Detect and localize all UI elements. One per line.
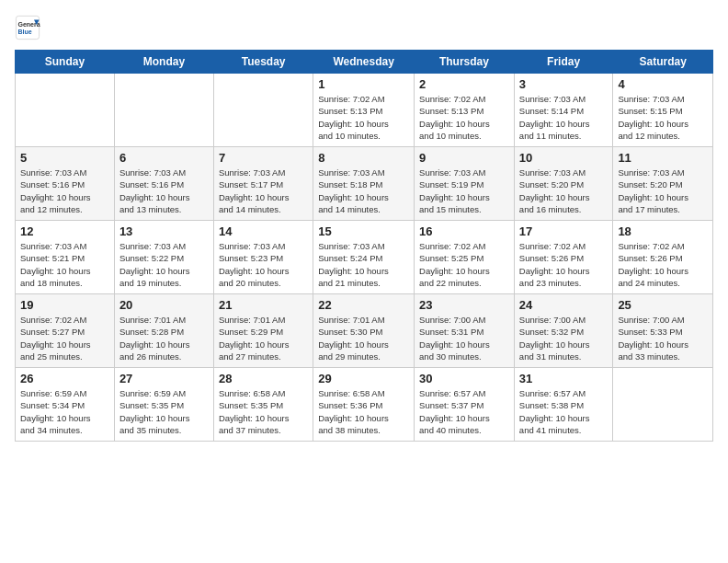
day-header-saturday: Saturday	[613, 51, 713, 74]
calendar-day-2: 2Sunrise: 7:02 AM Sunset: 5:13 PM Daylig…	[415, 74, 515, 147]
day-info: Sunrise: 7:02 AM Sunset: 5:26 PM Dayligh…	[618, 240, 708, 289]
calendar-day-19: 19Sunrise: 7:02 AM Sunset: 5:27 PM Dayli…	[16, 294, 115, 368]
day-number: 21	[219, 298, 308, 312]
calendar-day-3: 3Sunrise: 7:03 AM Sunset: 5:14 PM Daylig…	[514, 74, 613, 147]
day-number: 25	[618, 298, 708, 312]
day-info: Sunrise: 7:02 AM Sunset: 5:13 PM Dayligh…	[419, 93, 509, 142]
day-number: 27	[119, 372, 209, 385]
empty-day-cell	[613, 368, 713, 442]
day-info: Sunrise: 7:02 AM Sunset: 5:27 PM Dayligh…	[20, 314, 109, 362]
calendar-day-10: 10Sunrise: 7:03 AM Sunset: 5:20 PM Dayli…	[514, 147, 613, 221]
day-number: 7	[219, 151, 308, 165]
day-number: 9	[419, 151, 509, 165]
calendar-day-4: 4Sunrise: 7:03 AM Sunset: 5:15 PM Daylig…	[613, 74, 713, 147]
day-info: Sunrise: 7:00 AM Sunset: 5:32 PM Dayligh…	[519, 314, 609, 362]
day-info: Sunrise: 6:57 AM Sunset: 5:38 PM Dayligh…	[519, 387, 609, 436]
day-number: 20	[119, 298, 209, 312]
day-number: 22	[318, 298, 409, 312]
empty-day-cell	[213, 74, 313, 147]
calendar-day-6: 6Sunrise: 7:03 AM Sunset: 5:16 PM Daylig…	[114, 147, 213, 221]
svg-text:Blue: Blue	[18, 29, 32, 35]
day-info: Sunrise: 7:03 AM Sunset: 5:14 PM Dayligh…	[519, 93, 609, 142]
day-number: 3	[519, 77, 609, 91]
calendar-day-28: 28Sunrise: 6:58 AM Sunset: 5:35 PM Dayli…	[213, 368, 313, 442]
calendar-week-row: 1Sunrise: 7:02 AM Sunset: 5:13 PM Daylig…	[16, 74, 713, 147]
calendar-day-11: 11Sunrise: 7:03 AM Sunset: 5:20 PM Dayli…	[613, 147, 713, 221]
calendar-day-16: 16Sunrise: 7:02 AM Sunset: 5:25 PM Dayli…	[415, 221, 515, 294]
calendar-week-row: 26Sunrise: 6:59 AM Sunset: 5:34 PM Dayli…	[16, 368, 713, 442]
empty-day-cell	[16, 74, 115, 147]
day-number: 23	[419, 298, 509, 312]
day-info: Sunrise: 7:03 AM Sunset: 5:16 PM Dayligh…	[119, 167, 209, 215]
calendar-day-29: 29Sunrise: 6:58 AM Sunset: 5:36 PM Dayli…	[313, 368, 415, 442]
day-number: 4	[618, 77, 708, 91]
calendar-day-9: 9Sunrise: 7:03 AM Sunset: 5:19 PM Daylig…	[415, 147, 515, 221]
day-info: Sunrise: 7:03 AM Sunset: 5:22 PM Dayligh…	[119, 240, 209, 289]
day-info: Sunrise: 7:00 AM Sunset: 5:33 PM Dayligh…	[618, 314, 708, 362]
day-number: 8	[318, 151, 409, 165]
calendar-day-5: 5Sunrise: 7:03 AM Sunset: 5:16 PM Daylig…	[16, 147, 115, 221]
day-number: 10	[519, 151, 609, 165]
header: General Blue	[15, 15, 713, 40]
calendar-day-14: 14Sunrise: 7:03 AM Sunset: 5:23 PM Dayli…	[213, 221, 313, 294]
svg-rect-0	[16, 16, 39, 39]
day-number: 1	[318, 77, 409, 91]
day-header-wednesday: Wednesday	[313, 51, 415, 74]
day-info: Sunrise: 7:03 AM Sunset: 5:20 PM Dayligh…	[519, 167, 609, 215]
calendar-day-22: 22Sunrise: 7:01 AM Sunset: 5:30 PM Dayli…	[313, 294, 415, 368]
day-header-sunday: Sunday	[16, 51, 115, 74]
day-info: Sunrise: 7:03 AM Sunset: 5:16 PM Dayligh…	[20, 167, 109, 215]
calendar-day-15: 15Sunrise: 7:03 AM Sunset: 5:24 PM Dayli…	[313, 221, 415, 294]
day-info: Sunrise: 7:03 AM Sunset: 5:19 PM Dayligh…	[419, 167, 509, 215]
day-number: 19	[20, 298, 109, 312]
calendar-day-13: 13Sunrise: 7:03 AM Sunset: 5:22 PM Dayli…	[114, 221, 213, 294]
day-info: Sunrise: 7:02 AM Sunset: 5:26 PM Dayligh…	[519, 240, 609, 289]
day-header-monday: Monday	[114, 51, 213, 74]
calendar-week-row: 19Sunrise: 7:02 AM Sunset: 5:27 PM Dayli…	[16, 294, 713, 368]
day-info: Sunrise: 7:01 AM Sunset: 5:30 PM Dayligh…	[318, 314, 409, 362]
calendar-day-27: 27Sunrise: 6:59 AM Sunset: 5:35 PM Dayli…	[114, 368, 213, 442]
day-number: 17	[519, 224, 609, 238]
day-header-tuesday: Tuesday	[213, 51, 313, 74]
page-container: General Blue SundayMondayTuesdayWednesda…	[0, 0, 728, 563]
calendar-week-row: 5Sunrise: 7:03 AM Sunset: 5:16 PM Daylig…	[16, 147, 713, 221]
day-number: 31	[519, 372, 609, 385]
day-number: 18	[618, 224, 708, 238]
day-info: Sunrise: 6:58 AM Sunset: 5:36 PM Dayligh…	[318, 387, 409, 436]
calendar-day-26: 26Sunrise: 6:59 AM Sunset: 5:34 PM Dayli…	[16, 368, 115, 442]
day-info: Sunrise: 7:03 AM Sunset: 5:17 PM Dayligh…	[219, 167, 308, 215]
calendar-day-23: 23Sunrise: 7:00 AM Sunset: 5:31 PM Dayli…	[415, 294, 515, 368]
empty-day-cell	[114, 74, 213, 147]
day-info: Sunrise: 7:03 AM Sunset: 5:23 PM Dayligh…	[219, 240, 308, 289]
calendar-day-30: 30Sunrise: 6:57 AM Sunset: 5:37 PM Dayli…	[415, 368, 515, 442]
day-number: 11	[618, 151, 708, 165]
logo: General Blue	[15, 15, 44, 40]
day-info: Sunrise: 6:59 AM Sunset: 5:35 PM Dayligh…	[119, 387, 209, 436]
calendar-table: SundayMondayTuesdayWednesdayThursdayFrid…	[15, 50, 713, 442]
day-info: Sunrise: 7:03 AM Sunset: 5:24 PM Dayligh…	[318, 240, 409, 289]
day-number: 5	[20, 151, 109, 165]
calendar-header-row: SundayMondayTuesdayWednesdayThursdayFrid…	[16, 51, 713, 74]
day-number: 29	[318, 372, 409, 385]
day-number: 26	[20, 372, 109, 385]
logo-icon: General Blue	[15, 15, 40, 40]
day-header-friday: Friday	[514, 51, 613, 74]
day-info: Sunrise: 7:03 AM Sunset: 5:21 PM Dayligh…	[20, 240, 109, 289]
day-info: Sunrise: 7:03 AM Sunset: 5:15 PM Dayligh…	[618, 93, 708, 142]
day-info: Sunrise: 6:59 AM Sunset: 5:34 PM Dayligh…	[20, 387, 109, 436]
day-info: Sunrise: 7:03 AM Sunset: 5:18 PM Dayligh…	[318, 167, 409, 215]
day-info: Sunrise: 7:00 AM Sunset: 5:31 PM Dayligh…	[419, 314, 509, 362]
calendar-day-8: 8Sunrise: 7:03 AM Sunset: 5:18 PM Daylig…	[313, 147, 415, 221]
day-info: Sunrise: 7:01 AM Sunset: 5:28 PM Dayligh…	[119, 314, 209, 362]
calendar-day-17: 17Sunrise: 7:02 AM Sunset: 5:26 PM Dayli…	[514, 221, 613, 294]
calendar-week-row: 12Sunrise: 7:03 AM Sunset: 5:21 PM Dayli…	[16, 221, 713, 294]
day-number: 30	[419, 372, 509, 385]
day-info: Sunrise: 7:02 AM Sunset: 5:25 PM Dayligh…	[419, 240, 509, 289]
day-number: 24	[519, 298, 609, 312]
calendar-day-7: 7Sunrise: 7:03 AM Sunset: 5:17 PM Daylig…	[213, 147, 313, 221]
calendar-day-1: 1Sunrise: 7:02 AM Sunset: 5:13 PM Daylig…	[313, 74, 415, 147]
day-number: 12	[20, 224, 109, 238]
calendar-day-25: 25Sunrise: 7:00 AM Sunset: 5:33 PM Dayli…	[613, 294, 713, 368]
calendar-day-20: 20Sunrise: 7:01 AM Sunset: 5:28 PM Dayli…	[114, 294, 213, 368]
calendar-day-12: 12Sunrise: 7:03 AM Sunset: 5:21 PM Dayli…	[16, 221, 115, 294]
